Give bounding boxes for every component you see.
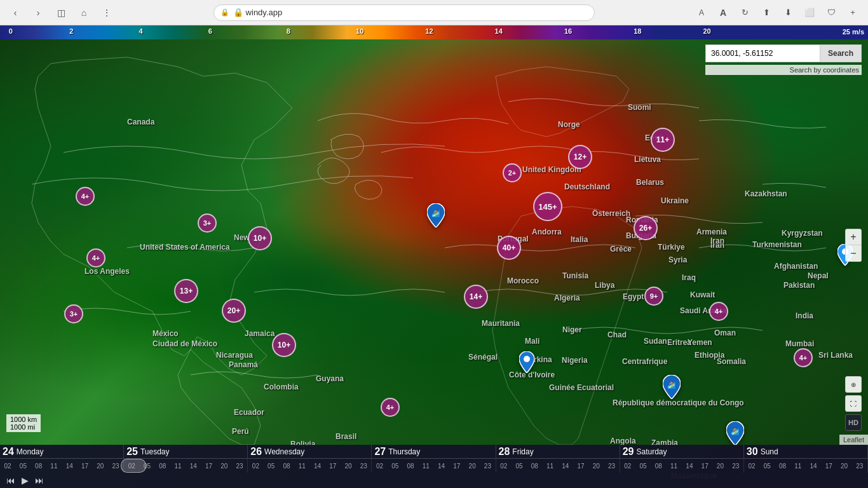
reload-button[interactable]: ↻ (736, 4, 754, 22)
cluster-marker-c1[interactable]: 4+ (76, 187, 95, 206)
hour-26-20[interactable]: 20 (341, 459, 356, 473)
pip-button[interactable]: ⬜ (801, 4, 818, 22)
hour-27-14[interactable]: 14 (433, 459, 449, 473)
timeline-day-30[interactable]: 30Sund (744, 445, 868, 458)
hour-29-14[interactable]: 14 (682, 459, 697, 473)
hour-26-14[interactable]: 14 (309, 459, 325, 473)
hour-26-02[interactable]: 02 (248, 459, 263, 473)
hour-30-17[interactable]: 17 (821, 459, 836, 473)
download-button[interactable]: ⬇ (779, 4, 797, 22)
hour-29-17[interactable]: 17 (697, 459, 712, 473)
timeline-day-26[interactable]: 26Wednesday (248, 445, 372, 458)
cluster-marker-c7[interactable]: 20+ (222, 299, 246, 323)
hour-24-11[interactable]: 11 (46, 459, 62, 473)
hour-25-11[interactable]: 11 (170, 459, 186, 473)
leaflet-attribution[interactable]: Leaflet (839, 435, 868, 445)
tab-button[interactable]: ◫ (52, 4, 70, 22)
search-button[interactable]: Search (820, 44, 862, 62)
timeline-day-27[interactable]: 27Thursday (372, 445, 496, 458)
hour-29-08[interactable]: 08 (651, 459, 666, 473)
timeline-indicator[interactable] (121, 459, 146, 473)
share-button[interactable]: ⬆ (757, 4, 775, 22)
timeline-play-button[interactable]: ▶ (22, 475, 29, 485)
hour-28-08[interactable]: 08 (527, 459, 542, 473)
cluster-marker-c11[interactable]: 145+ (533, 192, 562, 221)
hour-25-14[interactable]: 14 (186, 459, 201, 473)
hour-30-05[interactable]: 05 (759, 459, 775, 473)
forward-button[interactable]: › (29, 4, 47, 22)
hour-27-05[interactable]: 05 (388, 459, 403, 473)
hour-26-11[interactable]: 11 (294, 459, 309, 473)
hour-26-08[interactable]: 08 (279, 459, 294, 473)
hour-24-14[interactable]: 14 (62, 459, 77, 473)
pin-marker-p3[interactable]: 🏄 (663, 375, 681, 402)
zoom-out-button[interactable]: − (845, 245, 862, 262)
timeline-next-button[interactable]: ⏭ (35, 475, 44, 485)
hour-29-05[interactable]: 05 (635, 459, 651, 473)
hour-28-05[interactable]: 05 (512, 459, 527, 473)
hour-27-02[interactable]: 02 (372, 459, 387, 473)
pin-marker-p4[interactable]: 🏄 (726, 421, 744, 448)
hour-27-08[interactable]: 08 (403, 459, 418, 473)
cluster-marker-c2[interactable]: 3+ (198, 214, 217, 233)
hour-24-17[interactable]: 17 (77, 459, 92, 473)
hour-26-17[interactable]: 17 (325, 459, 341, 473)
cluster-marker-c18[interactable]: 4+ (709, 302, 728, 321)
hour-30-20[interactable]: 20 (836, 459, 851, 473)
cluster-marker-c3[interactable]: 4+ (86, 248, 105, 268)
cluster-marker-c4[interactable]: 10+ (248, 226, 272, 250)
timeline-prev-button[interactable]: ⏮ (6, 475, 15, 485)
address-bar[interactable]: 🔒 🔒 windy.app (214, 4, 595, 21)
hour-28-14[interactable]: 14 (558, 459, 573, 473)
hour-24-05[interactable]: 05 (15, 459, 31, 473)
timeline-day-29[interactable]: 29Saturday (620, 445, 744, 458)
pin-marker-p1[interactable]: 🏄 (427, 203, 445, 230)
hour-29-23[interactable]: 23 (728, 459, 743, 473)
back-button[interactable]: ‹ (6, 4, 24, 22)
timeline-day-28[interactable]: 28Friday (496, 445, 620, 458)
compass-button[interactable]: ⊕ (845, 376, 862, 393)
zoom-in-button[interactable]: + (845, 229, 862, 245)
hour-27-17[interactable]: 17 (449, 459, 465, 473)
more-button[interactable]: + (844, 4, 862, 22)
map-container[interactable]: 02468101214161820 25 m/s CanadaUnited St… (0, 25, 868, 488)
hour-28-23[interactable]: 23 (604, 459, 619, 473)
cluster-marker-c12[interactable]: 40+ (497, 236, 521, 260)
cluster-marker-c8[interactable]: 10+ (272, 333, 296, 357)
hour-30-02[interactable]: 02 (744, 459, 759, 473)
hour-27-20[interactable]: 20 (465, 459, 480, 473)
shield-button[interactable]: 🛡 (822, 4, 840, 22)
hour-28-02[interactable]: 02 (496, 459, 512, 473)
font-smaller-button[interactable]: A (693, 4, 710, 22)
pin-marker-p2[interactable] (519, 351, 534, 376)
hour-29-11[interactable]: 11 (667, 459, 682, 473)
hour-25-17[interactable]: 17 (201, 459, 216, 473)
hour-29-02[interactable]: 02 (620, 459, 635, 473)
cluster-marker-c5[interactable]: 13+ (174, 279, 198, 303)
hour-30-11[interactable]: 11 (790, 459, 806, 473)
grid-button[interactable]: ⋮ (98, 4, 116, 22)
hour-24-20[interactable]: 20 (93, 459, 108, 473)
hd-button[interactable]: HD (845, 414, 862, 431)
hour-28-17[interactable]: 17 (573, 459, 588, 473)
timeline-day-25[interactable]: 25Tuesday (124, 445, 248, 458)
cluster-marker-c6[interactable]: 3+ (64, 304, 83, 323)
hour-26-23[interactable]: 23 (356, 459, 371, 473)
cluster-marker-c10[interactable]: 14+ (464, 285, 488, 309)
hour-30-14[interactable]: 14 (806, 459, 821, 473)
home-button[interactable]: ⌂ (75, 4, 93, 22)
hour-30-23[interactable]: 23 (852, 459, 867, 473)
cluster-marker-c19[interactable]: 4+ (794, 348, 813, 367)
cluster-marker-c17[interactable]: 9+ (644, 287, 663, 306)
hour-29-20[interactable]: 20 (712, 459, 728, 473)
hour-26-05[interactable]: 05 (264, 459, 279, 473)
hour-27-11[interactable]: 11 (418, 459, 433, 473)
font-larger-button[interactable]: A (714, 4, 732, 22)
hour-27-23[interactable]: 23 (480, 459, 495, 473)
coordinate-input[interactable] (705, 44, 820, 62)
hour-24-08[interactable]: 08 (31, 459, 46, 473)
hour-25-08[interactable]: 08 (155, 459, 170, 473)
timeline-day-24[interactable]: 24Monday (0, 445, 124, 458)
hour-24-02[interactable]: 02 (0, 459, 15, 473)
cluster-marker-c9[interactable]: 4+ (381, 398, 400, 417)
